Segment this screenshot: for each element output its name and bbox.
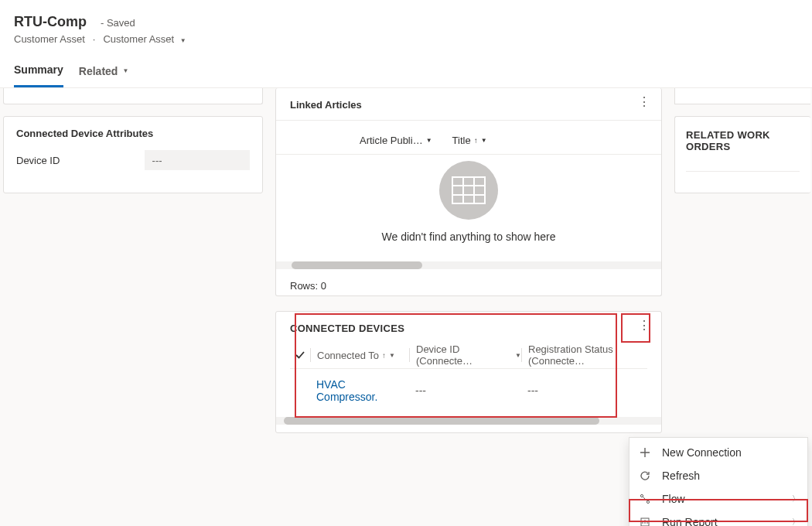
table-row[interactable]: HVAC Compressor. --- ---	[290, 369, 647, 412]
chevron-down-icon: ▼	[389, 352, 395, 359]
section-title: RELATED WORK ORDERS	[686, 129, 800, 152]
more-icon[interactable]: ⋮	[638, 96, 650, 108]
record-title: RTU-Comp	[14, 14, 87, 30]
col-title[interactable]: Title ↑ ▼	[452, 135, 487, 146]
entity-label: Customer Asset	[14, 33, 85, 45]
save-status: - Saved	[101, 17, 135, 29]
section-title: Connected Device Attributes	[16, 128, 250, 139]
col-device-id[interactable]: Device ID (Connecte… ▼	[409, 348, 521, 362]
connected-to-link[interactable]: HVAC Compressor.	[310, 378, 409, 403]
left-card-stub	[3, 88, 263, 104]
connected-device-attributes-card: Connected Device Attributes Device ID --…	[3, 116, 263, 193]
col-registration-status[interactable]: Registration Status (Connecte…	[521, 348, 647, 362]
svg-point-6	[640, 494, 643, 497]
related-work-orders-card: RELATED WORK ORDERS	[674, 116, 810, 193]
chevron-right-icon: 〉	[792, 494, 800, 504]
col-article-publish[interactable]: Article Publi… ▼	[360, 135, 432, 146]
device-id-field[interactable]: ---	[145, 150, 250, 170]
page-header: RTU-Comp - Saved Customer Asset · Custom…	[0, 0, 812, 88]
chevron-down-icon: ▼	[426, 137, 432, 144]
refresh-icon	[639, 470, 651, 482]
tab-list: Summary Related ▼	[14, 56, 798, 87]
right-card-stub	[674, 88, 810, 104]
row-count: Rows: 0	[290, 280, 647, 292]
form-selector[interactable]: Customer Asset ▼	[103, 33, 186, 45]
report-icon	[639, 516, 651, 526]
horizontal-scrollbar[interactable]	[276, 261, 661, 269]
connected-devices-card: CONNECTED DEVICES ⋮ Connected To ↑ ▼ Dev…	[275, 311, 662, 433]
empty-state-text: We didn't find anything to show here	[382, 231, 556, 243]
flow-icon	[639, 493, 651, 505]
section-title: CONNECTED DEVICES	[290, 323, 647, 334]
menu-refresh[interactable]: Refresh	[629, 464, 807, 487]
chevron-down-icon: ▼	[180, 37, 186, 44]
more-icon[interactable]: ⋮	[638, 319, 650, 332]
menu-run-report[interactable]: Run Report 〉	[629, 511, 807, 526]
section-title: Linked Articles	[290, 99, 647, 111]
col-connected-to[interactable]: Connected To ↑ ▼	[310, 348, 409, 362]
empty-grid-icon	[439, 161, 498, 220]
menu-new-connection[interactable]: New Connection	[629, 441, 807, 464]
select-all-checkbox[interactable]	[290, 350, 310, 360]
sort-asc-icon: ↑	[382, 351, 386, 360]
chevron-down-icon: ▼	[122, 67, 128, 74]
tab-summary[interactable]: Summary	[14, 56, 63, 87]
check-icon	[295, 350, 305, 360]
chevron-right-icon: 〉	[792, 517, 800, 526]
chevron-down-icon: ▼	[515, 352, 521, 359]
entity-separator: ·	[93, 33, 96, 45]
context-menu: New Connection Refresh Flow 〉 Run Report…	[629, 437, 808, 526]
sort-asc-icon: ↑	[474, 136, 478, 145]
horizontal-scrollbar[interactable]	[276, 417, 661, 425]
menu-flow[interactable]: Flow 〉	[629, 487, 807, 511]
chevron-down-icon: ▼	[481, 137, 487, 144]
device-id-label: Device ID	[16, 155, 129, 166]
reg-status-cell: ---	[521, 384, 647, 397]
device-id-cell: ---	[409, 384, 521, 397]
tab-related[interactable]: Related ▼	[79, 56, 129, 87]
linked-articles-card: Linked Articles ⋮ Article Publi… ▼ Title…	[275, 88, 662, 296]
svg-point-7	[647, 500, 649, 503]
plus-icon	[639, 446, 651, 459]
